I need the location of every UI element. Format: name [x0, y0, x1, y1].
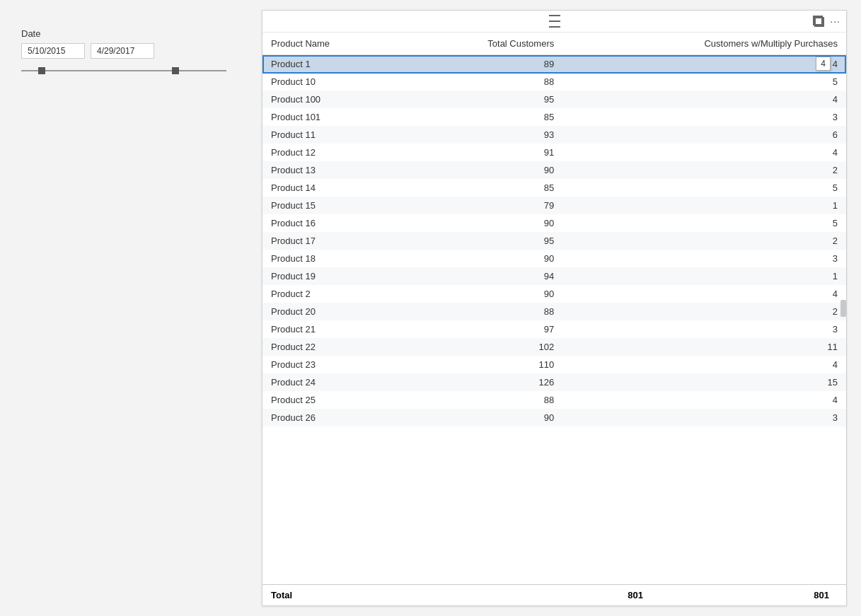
table-row[interactable]: Product 101853 — [262, 108, 846, 126]
slider-handle-right[interactable] — [172, 67, 179, 74]
cell-multiply: 11 — [562, 338, 846, 356]
table-row[interactable]: Product 11936 — [262, 126, 846, 144]
cell-customers: 90 — [405, 409, 562, 426]
hamburger-menu[interactable] — [549, 13, 560, 29]
table-row[interactable]: Product 19941 — [262, 267, 846, 285]
cell-product: Product 101 — [262, 108, 405, 126]
cell-multiply: 2 — [562, 303, 846, 320]
cell-customers: 79 — [405, 197, 562, 214]
cell-product: Product 17 — [262, 232, 405, 250]
table-row[interactable]: Product 25884 — [262, 391, 846, 409]
cell-customers: 94 — [405, 267, 562, 285]
table-scroll-area[interactable]: Product Name Total Customers Customers w… — [262, 33, 846, 584]
cell-product: Product 26 — [262, 409, 405, 426]
cell-product: Product 11 — [262, 126, 405, 144]
more-options-icon[interactable]: ··· — [830, 16, 840, 27]
total-label: Total — [271, 590, 519, 600]
cell-multiply: 15 — [562, 373, 846, 391]
cell-multiply: 4 — [562, 285, 846, 303]
cell-multiply: 3 — [562, 250, 846, 267]
cell-product: Product 100 — [262, 91, 405, 108]
cell-product: Product 21 — [262, 320, 405, 338]
date-inputs: 5/10/2015 4/29/2017 — [21, 43, 226, 59]
start-date-input[interactable]: 5/10/2015 — [21, 43, 85, 59]
cell-multiply: 5 — [562, 179, 846, 197]
cell-multiply: 2 — [562, 161, 846, 179]
cell-customers: 126 — [405, 373, 562, 391]
panel-topbar: ··· — [262, 11, 846, 33]
table-row[interactable]: Product 21973 — [262, 320, 846, 338]
cell-customers: 95 — [405, 232, 562, 250]
expand-icon[interactable] — [813, 16, 824, 27]
resize-handle-right[interactable] — [840, 300, 846, 317]
hamburger-line-1 — [549, 15, 560, 16]
cell-product: Product 24 — [262, 373, 405, 391]
cell-product: Product 1 — [262, 55, 405, 74]
page-container: Date 5/10/2015 4/29/2017 ··· — [0, 0, 861, 616]
cell-customers: 93 — [405, 126, 562, 144]
table-row[interactable]: Product 12914 — [262, 144, 846, 161]
cell-customers: 85 — [405, 179, 562, 197]
cell-customers: 90 — [405, 214, 562, 232]
cell-multiply: 6 — [562, 126, 846, 144]
table-panel: ··· Product Name Total Customers Custome… — [262, 10, 847, 606]
col-header-multiply: Customers w/Multiply Purchases — [562, 33, 846, 55]
data-table: Product Name Total Customers Customers w… — [262, 33, 846, 426]
cell-multiply: 4 — [562, 55, 846, 74]
total-customers: 801 — [519, 590, 643, 600]
table-row[interactable]: Product 17952 — [262, 232, 846, 250]
cell-customers: 95 — [405, 91, 562, 108]
cell-customers: 88 — [405, 73, 562, 91]
cell-customers: 90 — [405, 285, 562, 303]
end-date-input[interactable]: 4/29/2017 — [91, 43, 154, 59]
cell-multiply: 4 — [562, 144, 846, 161]
table-row[interactable]: Product 26903 — [262, 409, 846, 426]
total-multiply: 801 — [643, 590, 838, 600]
table-row[interactable]: Product 231104 — [262, 356, 846, 373]
col-header-customers: Total Customers — [405, 33, 562, 55]
total-row: Total 801 801 — [262, 584, 846, 605]
date-label: Date — [21, 28, 226, 39]
table-row[interactable]: Product 15791 — [262, 197, 846, 214]
cell-product: Product 10 — [262, 73, 405, 91]
table-row[interactable]: Product 2904 — [262, 285, 846, 303]
cell-multiply: 2 — [562, 232, 846, 250]
cell-product: Product 25 — [262, 391, 405, 409]
table-row[interactable]: Product 14855 — [262, 179, 846, 197]
cell-product: Product 23 — [262, 356, 405, 373]
table-row[interactable]: Product 10885 — [262, 73, 846, 91]
cell-multiply: 4 — [562, 391, 846, 409]
hamburger-line-3 — [549, 26, 560, 28]
cell-product: Product 20 — [262, 303, 405, 320]
cell-customers: 102 — [405, 338, 562, 356]
cell-multiply: 4 — [562, 356, 846, 373]
hamburger-line-2 — [549, 21, 560, 22]
cell-multiply: 5 — [562, 214, 846, 232]
cell-customers: 88 — [405, 391, 562, 409]
cell-customers: 89 — [405, 55, 562, 74]
cell-product: Product 2 — [262, 285, 405, 303]
cell-product: Product 19 — [262, 267, 405, 285]
cell-product: Product 13 — [262, 161, 405, 179]
table-row[interactable]: Product 2412615 — [262, 373, 846, 391]
date-slider[interactable] — [21, 64, 226, 77]
table-row[interactable]: Product 13902 — [262, 161, 846, 179]
date-filter: Date 5/10/2015 4/29/2017 — [21, 28, 226, 77]
cell-customers: 90 — [405, 250, 562, 267]
slider-track-line — [21, 70, 226, 71]
cell-customers: 90 — [405, 161, 562, 179]
total-row-cols: Total 801 801 — [271, 590, 838, 600]
table-row[interactable]: Product 1894 — [262, 55, 846, 74]
col-header-product: Product Name — [262, 33, 405, 55]
cell-product: Product 12 — [262, 144, 405, 161]
slider-handle-left[interactable] — [38, 67, 45, 74]
table-row[interactable]: Product 20882 — [262, 303, 846, 320]
cell-product: Product 16 — [262, 214, 405, 232]
table-row[interactable]: Product 18903 — [262, 250, 846, 267]
cell-product: Product 22 — [262, 338, 405, 356]
table-row[interactable]: Product 2210211 — [262, 338, 846, 356]
cell-product: Product 18 — [262, 250, 405, 267]
cell-multiply: 4 — [562, 91, 846, 108]
table-row[interactable]: Product 100954 — [262, 91, 846, 108]
table-row[interactable]: Product 16905 — [262, 214, 846, 232]
